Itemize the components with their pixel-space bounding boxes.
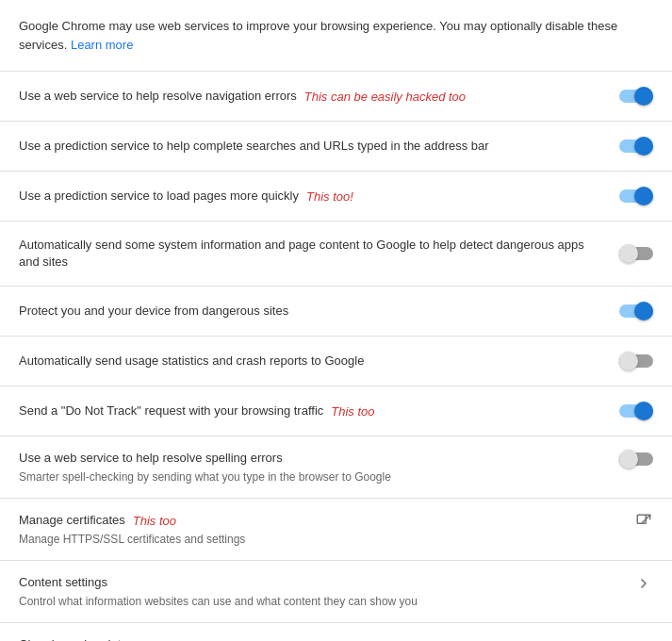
annotation-do-not-track: This too [331, 404, 374, 419]
chevron-right-icon-clear-browsing[interactable] [634, 636, 653, 641]
svg-rect-0 [637, 516, 646, 524]
toggle-spelling-errors[interactable] [619, 450, 653, 468]
setting-sublabel-certificates: Manage HTTPS/SSL certificates and settin… [19, 532, 619, 548]
setting-left-certificates: Manage certificatesThis tooManage HTTPS/… [19, 512, 634, 547]
setting-row-system-info: Automatically send some system informati… [0, 222, 672, 287]
setting-row-spelling-errors: Use a web service to help resolve spelli… [0, 436, 672, 499]
setting-row-content-settings: Content settingsControl what information… [0, 561, 672, 623]
settings-list: Use a web service to help resolve naviga… [0, 72, 672, 641]
toggle-do-not-track[interactable] [619, 402, 653, 420]
toggle-thumb-usage-stats [619, 352, 638, 370]
toggle-thumb-prediction-searches [634, 137, 653, 156]
setting-label-content-settings: Content settings [19, 574, 107, 591]
setting-left-clear-browsing: Clear browsing dataClear history, cookie… [19, 636, 634, 641]
setting-label-nav-errors: Use a web service to help resolve naviga… [19, 88, 297, 105]
setting-row-nav-errors: Use a web service to help resolve naviga… [0, 72, 672, 122]
top-notice: Google Chrome may use web services to im… [0, 0, 672, 72]
setting-right-do-not-track [619, 402, 653, 420]
setting-sublabel-content-settings: Control what information websites can us… [19, 594, 619, 610]
toggle-usage-stats[interactable] [619, 352, 653, 370]
toggle-system-info[interactable] [619, 244, 653, 263]
setting-right-prediction-pages [619, 187, 653, 205]
setting-row-clear-browsing: Clear browsing dataClear history, cookie… [0, 623, 672, 641]
setting-left-prediction-pages: Use a prediction service to load pages m… [19, 188, 619, 205]
setting-row-certificates: Manage certificatesThis tooManage HTTPS/… [0, 499, 672, 561]
setting-right-dangerous-sites [619, 302, 653, 320]
learn-more-link[interactable]: Learn more [71, 38, 133, 52]
setting-label-prediction-searches: Use a prediction service to help complet… [19, 138, 489, 155]
toggle-thumb-dangerous-sites [634, 302, 653, 320]
setting-left-do-not-track: Send a "Do Not Track" request with your … [19, 403, 619, 419]
setting-label-prediction-pages: Use a prediction service to load pages m… [19, 188, 299, 205]
setting-label-spelling-errors: Use a web service to help resolve spelli… [19, 450, 283, 467]
setting-label-certificates: Manage certificates [19, 512, 125, 529]
toggle-thumb-nav-errors [634, 87, 653, 106]
setting-row-dangerous-sites: Protect you and your device from dangero… [0, 287, 672, 337]
setting-row-prediction-searches: Use a prediction service to help complet… [0, 122, 672, 172]
setting-row-usage-stats: Automatically send usage statistics and … [0, 337, 672, 386]
setting-right-clear-browsing [634, 636, 653, 641]
setting-right-usage-stats [619, 352, 653, 370]
chevron-right-icon-content-settings[interactable] [634, 574, 653, 593]
setting-left-usage-stats: Automatically send usage statistics and … [19, 353, 619, 370]
setting-label-usage-stats: Automatically send usage statistics and … [19, 353, 364, 370]
setting-label-dangerous-sites: Protect you and your device from dangero… [19, 303, 288, 320]
external-link-icon-certificates[interactable] [634, 512, 653, 531]
annotation-prediction-pages: This too! [306, 189, 353, 204]
toggle-dangerous-sites[interactable] [619, 302, 653, 320]
annotation-certificates: This too [133, 514, 176, 528]
setting-label-system-info: Automatically send some system informati… [19, 237, 604, 271]
setting-sublabel-spelling-errors: Smarter spell-checking by sending what y… [19, 469, 604, 485]
toggle-thumb-system-info [619, 244, 638, 263]
setting-left-content-settings: Content settingsControl what information… [19, 574, 634, 609]
setting-right-nav-errors [619, 87, 653, 106]
toggle-nav-errors[interactable] [619, 87, 653, 106]
annotation-nav-errors: This can be easily hacked too [304, 90, 466, 104]
setting-label-clear-browsing: Clear browsing data [19, 636, 128, 641]
setting-right-system-info [619, 244, 653, 263]
setting-right-prediction-searches [619, 137, 653, 156]
toggle-thumb-do-not-track [634, 402, 653, 420]
setting-left-nav-errors: Use a web service to help resolve naviga… [19, 88, 619, 105]
setting-right-certificates [634, 512, 653, 531]
setting-right-content-settings [634, 574, 653, 593]
setting-row-do-not-track: Send a "Do Not Track" request with your … [0, 386, 672, 436]
setting-left-dangerous-sites: Protect you and your device from dangero… [19, 303, 619, 320]
setting-row-prediction-pages: Use a prediction service to load pages m… [0, 172, 672, 222]
setting-label-do-not-track: Send a "Do Not Track" request with your … [19, 403, 323, 419]
toggle-thumb-prediction-pages [634, 187, 653, 205]
setting-left-system-info: Automatically send some system informati… [19, 237, 619, 271]
setting-left-spelling-errors: Use a web service to help resolve spelli… [19, 450, 619, 485]
toggle-thumb-spelling-errors [619, 450, 638, 468]
toggle-prediction-searches[interactable] [619, 137, 653, 156]
setting-left-prediction-searches: Use a prediction service to help complet… [19, 138, 619, 155]
toggle-prediction-pages[interactable] [619, 187, 653, 205]
setting-right-spelling-errors [619, 450, 653, 468]
